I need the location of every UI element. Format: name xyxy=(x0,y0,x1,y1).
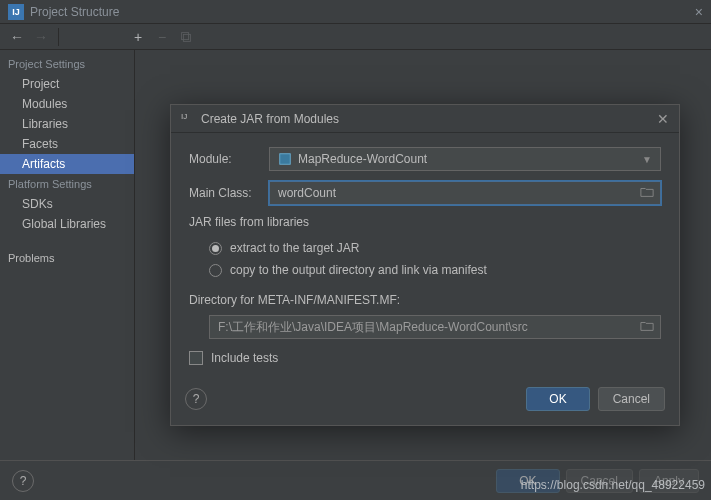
help-button[interactable]: ? xyxy=(12,470,34,492)
copy-icon xyxy=(179,30,193,44)
include-tests-label: Include tests xyxy=(211,351,278,365)
toolbar-divider xyxy=(58,28,59,46)
create-jar-dialog: IJ Create JAR from Modules ✕ Module: Map… xyxy=(170,104,680,426)
window-titlebar: IJ Project Structure × xyxy=(0,0,711,24)
mainclass-row: Main Class: wordCount xyxy=(189,181,661,205)
sidebar-item-project[interactable]: Project xyxy=(0,74,134,94)
app-icon: IJ xyxy=(8,4,24,20)
radio-extract-row[interactable]: extract to the target JAR xyxy=(189,237,661,259)
mainclass-field[interactable]: wordCount xyxy=(269,181,661,205)
radio-copy-label: copy to the output directory and link vi… xyxy=(230,263,487,277)
dialog-ok-button[interactable]: OK xyxy=(526,387,589,411)
svg-rect-0 xyxy=(182,32,189,39)
module-icon xyxy=(278,152,292,166)
remove-button[interactable]: − xyxy=(151,26,173,48)
sidebar-item-facets[interactable]: Facets xyxy=(0,134,134,154)
module-value: MapReduce-WordCount xyxy=(298,152,427,166)
sidebar-item-modules[interactable]: Modules xyxy=(0,94,134,114)
sidebar-item-global-libraries[interactable]: Global Libraries xyxy=(0,214,134,234)
radio-copy[interactable] xyxy=(209,264,222,277)
module-row: Module: MapReduce-WordCount ▼ xyxy=(189,147,661,171)
window-close-button[interactable]: × xyxy=(695,4,703,20)
dialog-body: Module: MapReduce-WordCount ▼ Main Class… xyxy=(171,133,679,377)
dialog-title: Create JAR from Modules xyxy=(201,112,657,126)
window-title: Project Structure xyxy=(30,5,695,19)
sidebar-item-problems[interactable]: Problems xyxy=(0,248,134,268)
module-dropdown[interactable]: MapReduce-WordCount ▼ xyxy=(269,147,661,171)
browse-class-icon[interactable] xyxy=(640,185,654,202)
dialog-close-button[interactable]: ✕ xyxy=(657,111,669,127)
sidebar-section-platform-settings: Platform Settings xyxy=(0,174,134,194)
sidebar-item-libraries[interactable]: Libraries xyxy=(0,114,134,134)
radio-copy-row[interactable]: copy to the output directory and link vi… xyxy=(189,259,661,281)
sidebar: Project Settings Project Modules Librari… xyxy=(0,50,135,460)
manifest-dir-label: Directory for META-INF/MANIFEST.MF: xyxy=(189,293,661,307)
manifest-dir-field[interactable]: F:\工作和作业\Java\IDEA项目\MapReduce-WordCount… xyxy=(209,315,661,339)
add-button[interactable]: + xyxy=(127,26,149,48)
chevron-down-icon: ▼ xyxy=(642,154,652,165)
svg-rect-1 xyxy=(183,34,190,41)
mainclass-value: wordCount xyxy=(278,186,336,200)
include-tests-row[interactable]: Include tests xyxy=(189,351,661,365)
main-apply-button[interactable]: Apply xyxy=(639,469,699,493)
main-ok-button[interactable]: OK xyxy=(496,469,559,493)
main-cancel-button[interactable]: Cancel xyxy=(566,469,633,493)
sidebar-section-project-settings: Project Settings xyxy=(0,54,134,74)
bottom-bar: ? OK Cancel Apply xyxy=(0,460,711,500)
mainclass-label: Main Class: xyxy=(189,186,259,200)
dialog-cancel-button[interactable]: Cancel xyxy=(598,387,665,411)
window-toolbar: ← → + − xyxy=(0,24,711,50)
module-label: Module: xyxy=(189,152,259,166)
sidebar-item-artifacts[interactable]: Artifacts xyxy=(0,154,134,174)
copy-button[interactable] xyxy=(175,26,197,48)
jar-files-section-label: JAR files from libraries xyxy=(189,215,661,229)
dialog-titlebar: IJ Create JAR from Modules ✕ xyxy=(171,105,679,133)
forward-button[interactable]: → xyxy=(30,26,52,48)
dialog-help-button[interactable]: ? xyxy=(185,388,207,410)
radio-extract-label: extract to the target JAR xyxy=(230,241,359,255)
include-tests-checkbox[interactable] xyxy=(189,351,203,365)
back-button[interactable]: ← xyxy=(6,26,28,48)
sidebar-item-sdks[interactable]: SDKs xyxy=(0,194,134,214)
manifest-dir-value: F:\工作和作业\Java\IDEA项目\MapReduce-WordCount… xyxy=(218,319,528,336)
dialog-app-icon: IJ xyxy=(181,112,195,126)
svg-rect-2 xyxy=(280,154,291,165)
radio-extract[interactable] xyxy=(209,242,222,255)
browse-dir-icon[interactable] xyxy=(640,319,654,336)
dialog-footer: ? OK Cancel xyxy=(171,377,679,425)
